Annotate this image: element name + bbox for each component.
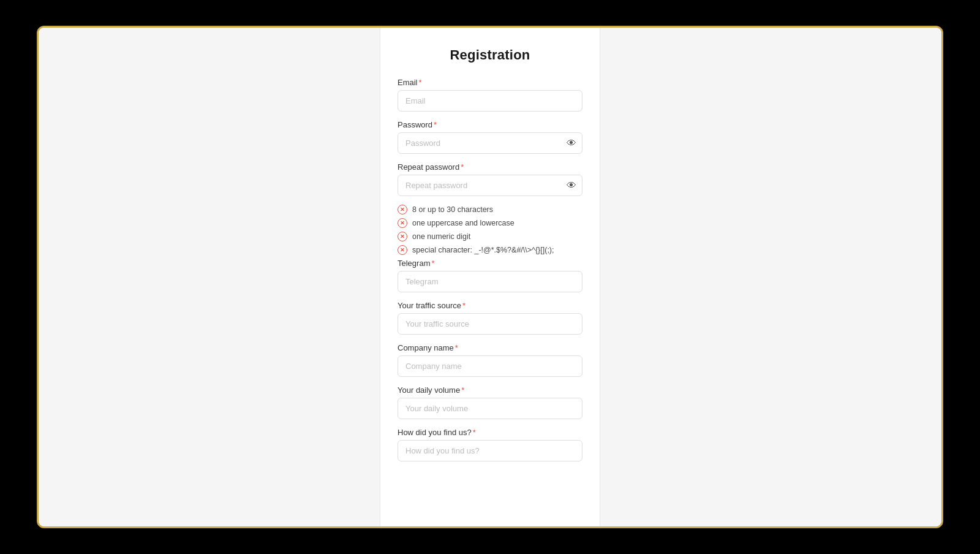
validation-icon-case — [398, 218, 407, 228]
repeat-password-toggle-icon[interactable]: 👁 — [567, 181, 576, 191]
email-input[interactable] — [398, 90, 582, 112]
how-find-us-group: How did you find us?* — [398, 428, 582, 461]
repeat-password-input-wrapper: 👁 — [398, 175, 582, 196]
registration-form-panel: Registration Email* Password* 👁 Repeat p… — [380, 28, 600, 526]
validation-text-case: one uppercase and lowercase — [412, 219, 514, 227]
repeat-password-label: Repeat password* — [398, 162, 582, 172]
telegram-required-star: * — [431, 259, 434, 268]
validation-item-length: 8 or up to 30 characters — [398, 205, 582, 214]
company-name-input[interactable] — [398, 355, 582, 377]
company-name-required-star: * — [455, 343, 458, 352]
password-label: Password* — [398, 120, 582, 129]
page-title: Registration — [398, 47, 582, 63]
email-group: Email* — [398, 78, 582, 112]
validation-item-digit: one numeric digit — [398, 232, 582, 241]
validation-icon-digit — [398, 232, 407, 241]
validation-item-case: one uppercase and lowercase — [398, 218, 582, 228]
validation-text-length: 8 or up to 30 characters — [412, 205, 493, 214]
traffic-source-input[interactable] — [398, 313, 582, 335]
company-name-group: Company name* — [398, 343, 582, 377]
daily-volume-label: Your daily volume* — [398, 385, 582, 395]
telegram-input[interactable] — [398, 271, 582, 292]
repeat-password-group: Repeat password* 👁 — [398, 162, 582, 196]
how-find-us-label: How did you find us?* — [398, 428, 582, 437]
password-input[interactable] — [398, 132, 582, 154]
email-label: Email* — [398, 78, 582, 87]
password-required-star: * — [434, 120, 437, 129]
right-panel — [600, 28, 941, 526]
validation-item-special: special character: _-!@*.$%?&#/\\>^{}[](… — [398, 245, 582, 255]
daily-volume-group: Your daily volume* — [398, 385, 582, 419]
daily-volume-input[interactable] — [398, 398, 582, 419]
traffic-source-label: Your traffic source* — [398, 301, 582, 310]
daily-volume-required-star: * — [461, 385, 464, 395]
how-find-us-required-star: * — [473, 428, 476, 437]
password-group: Password* 👁 — [398, 120, 582, 154]
validation-icon-special — [398, 245, 407, 255]
password-input-wrapper: 👁 — [398, 132, 582, 154]
validation-icon-length — [398, 205, 407, 214]
repeat-password-input[interactable] — [398, 175, 582, 196]
outer-frame: Registration Email* Password* 👁 Repeat p… — [37, 26, 943, 528]
company-name-label: Company name* — [398, 343, 582, 352]
validation-text-special: special character: _-!@*.$%?&#/\\>^{}[](… — [412, 246, 554, 254]
traffic-source-required-star: * — [462, 301, 466, 310]
telegram-label: Telegram* — [398, 259, 582, 268]
repeat-password-required-star: * — [461, 162, 464, 172]
email-required-star: * — [419, 78, 422, 87]
password-toggle-icon[interactable]: 👁 — [567, 138, 576, 148]
telegram-group: Telegram* — [398, 259, 582, 292]
validation-list: 8 or up to 30 characters one uppercase a… — [398, 205, 582, 255]
how-find-us-input[interactable] — [398, 440, 582, 461]
left-panel — [39, 28, 380, 526]
traffic-source-group: Your traffic source* — [398, 301, 582, 335]
validation-text-digit: one numeric digit — [412, 232, 470, 241]
